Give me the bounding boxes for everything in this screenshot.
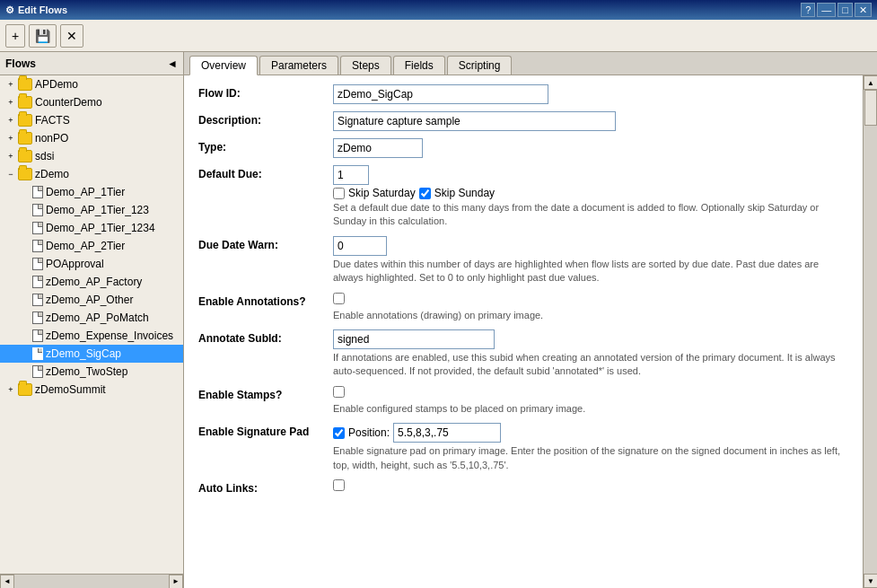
sidebar-content[interactable]: + APDemo + CounterDemo + FACTS + nonPO <box>0 75 183 574</box>
position-input[interactable] <box>393 423 501 443</box>
spacer-Demo_AP_1Tier_123 <box>18 203 32 217</box>
sidebar-label-zDemo_AP_PoMatch: zDemo_AP_PoMatch <box>46 312 149 324</box>
sidebar-title: Flows <box>5 57 36 70</box>
sidebar-item-zDemo[interactable]: − zDemo <box>0 165 183 183</box>
folder-icon-sdsi <box>18 150 32 162</box>
skip-sunday-checkbox[interactable] <box>419 188 431 199</box>
expand-sdsi[interactable]: + <box>4 149 18 163</box>
expand-APDemo[interactable]: + <box>4 77 18 92</box>
add-button[interactable]: + <box>5 24 25 48</box>
sidebar-item-zDemo_Expense_Invoices[interactable]: zDemo_Expense_Invoices <box>0 327 183 345</box>
tab-scripting[interactable]: Scripting <box>447 56 513 75</box>
description-field <box>333 111 848 131</box>
sidebar-label-zDemo: zDemo <box>35 168 69 180</box>
sidebar-item-Demo_AP_2Tier[interactable]: Demo_AP_2Tier <box>0 237 183 255</box>
sidebar-label-nonPO: nonPO <box>35 132 68 145</box>
sidebar-label-sdsi: sdsi <box>35 150 54 162</box>
sidebar-item-sdsi[interactable]: + sdsi <box>0 147 183 165</box>
sidebar-item-zDemoSummit[interactable]: + zDemoSummit <box>0 381 183 399</box>
expand-nonPO[interactable]: + <box>4 131 18 145</box>
collapse-icon[interactable]: ◄ <box>167 57 178 70</box>
sidebar-item-zDemo_AP_PoMatch[interactable]: zDemo_AP_PoMatch <box>0 309 183 327</box>
sidebar-bottom-scrollbar: ◄ ► <box>0 574 183 588</box>
skip-sunday-label: Skip Sunday <box>434 187 495 199</box>
due-date-warn-hint: Due dates within this number of days are… <box>333 258 848 285</box>
scroll-up-btn[interactable]: ▲ <box>864 75 877 90</box>
expand-zDemo[interactable]: − <box>4 167 18 181</box>
enable-stamps-field: Enable configured stamps to be placed on… <box>333 386 848 416</box>
description-input[interactable] <box>333 111 616 131</box>
maximize-button[interactable]: □ <box>838 3 853 17</box>
sidebar-item-FACTS[interactable]: + FACTS <box>0 111 183 129</box>
cancel-button[interactable]: ✕ <box>60 24 83 48</box>
sidebar-item-nonPO[interactable]: + nonPO <box>0 129 183 147</box>
expand-zDemoSummit[interactable]: + <box>4 382 18 397</box>
sidebar-label-CounterDemo: CounterDemo <box>35 96 102 109</box>
folder-icon-nonPO <box>18 132 32 145</box>
sidebar-item-CounterDemo[interactable]: + CounterDemo <box>0 93 183 111</box>
sidebar-item-APDemo[interactable]: + APDemo <box>0 75 183 93</box>
scroll-down-btn[interactable]: ▼ <box>864 574 877 588</box>
annotate-subid-input[interactable] <box>333 329 495 349</box>
enable-stamps-checkbox[interactable] <box>333 386 345 398</box>
annotate-subid-row: Annotate SubId: If annotations are enabl… <box>198 329 848 379</box>
annotate-subid-hint: If annotations are enabled, use this sub… <box>333 351 848 379</box>
sidebar-label-zDemo_SigCap: zDemo_SigCap <box>46 347 121 360</box>
sidebar-item-Demo_AP_1Tier[interactable]: Demo_AP_1Tier <box>0 183 183 201</box>
auto-links-checkbox[interactable] <box>333 479 345 491</box>
sidebar-label-zDemo_Expense_Invoices: zDemo_Expense_Invoices <box>46 329 173 342</box>
sidebar-item-Demo_AP_1Tier_123[interactable]: Demo_AP_1Tier_123 <box>0 201 183 219</box>
default-due-input[interactable] <box>333 165 369 185</box>
description-label: Description: <box>198 111 333 127</box>
flow-id-input[interactable] <box>333 84 548 104</box>
enable-signature-pad-checkbox[interactable] <box>333 427 345 439</box>
sidebar-item-zDemo_SigCap[interactable]: zDemo_SigCap <box>0 345 183 363</box>
sidebar-item-zDemo_AP_Factory[interactable]: zDemo_AP_Factory <box>0 273 183 291</box>
spacer-Demo_AP_2Tier <box>18 239 32 253</box>
skip-saturday-label: Skip Saturday <box>348 187 416 199</box>
enable-annotations-checkbox[interactable] <box>333 293 345 304</box>
close-window-button[interactable]: ✕ <box>855 3 872 17</box>
enable-stamps-label: Enable Stamps? <box>198 386 333 401</box>
auto-links-field <box>333 479 848 494</box>
sidebar-item-Demo_AP_1Tier_1234[interactable]: Demo_AP_1Tier_1234 <box>0 219 183 237</box>
tab-steps[interactable]: Steps <box>340 56 391 75</box>
sidebar-label-Demo_AP_1Tier_1234: Demo_AP_1Tier_1234 <box>46 222 155 234</box>
sidebar-label-FACTS: FACTS <box>35 114 70 127</box>
enable-annotations-row: Enable Annotations? Enable annotations (… <box>198 293 848 322</box>
scroll-left-btn[interactable]: ◄ <box>0 575 14 589</box>
due-date-warn-label: Due Date Warn: <box>198 236 333 251</box>
due-date-warn-input[interactable] <box>333 236 387 256</box>
signature-pad-inline: Position: <box>333 423 848 443</box>
app-icon: ⚙ <box>5 4 14 16</box>
tabs-bar: Overview Parameters Steps Fields Scripti… <box>184 52 877 75</box>
minimize-button[interactable]: — <box>817 3 836 17</box>
scroll-v-thumb[interactable] <box>864 90 877 126</box>
sidebar-header: Flows ◄ <box>0 52 183 75</box>
sidebar-label-POApproval: POApproval <box>46 258 104 270</box>
tab-parameters[interactable]: Parameters <box>259 56 338 75</box>
main-layout: Flows ◄ + APDemo + CounterDemo + FACTS <box>0 52 877 588</box>
skip-saturday-checkbox[interactable] <box>333 188 345 199</box>
enable-signature-pad-hint: Enable signature pad on primary image. E… <box>333 444 848 472</box>
help-button[interactable]: ? <box>801 3 815 17</box>
scroll-right-btn[interactable]: ► <box>169 575 183 589</box>
sidebar-item-POApproval[interactable]: POApproval <box>0 255 183 273</box>
toolbar: + 💾 ✕ <box>0 20 877 52</box>
type-row: Type: <box>198 138 848 158</box>
file-icon-Demo_AP_1Tier_1234 <box>32 222 43 234</box>
tab-overview[interactable]: Overview <box>189 56 258 75</box>
save-button[interactable]: 💾 <box>29 24 57 48</box>
file-icon-zDemo_AP_Other <box>32 294 43 306</box>
sidebar-label-zDemoSummit: zDemoSummit <box>35 383 106 396</box>
tab-fields[interactable]: Fields <box>393 56 445 75</box>
enable-signature-pad-row: Enable Signature Pad Position: Enable si… <box>198 423 848 472</box>
type-input[interactable] <box>333 138 423 158</box>
expand-CounterDemo[interactable]: + <box>4 95 18 110</box>
enable-annotations-hint: Enable annotations (drawing) on primary … <box>333 309 848 322</box>
sidebar-item-zDemo_TwoStep[interactable]: zDemo_TwoStep <box>0 363 183 381</box>
file-icon-zDemo_Expense_Invoices <box>32 329 43 342</box>
expand-FACTS[interactable]: + <box>4 113 18 127</box>
enable-signature-pad-field: Position: Enable signature pad on primar… <box>333 423 848 472</box>
sidebar-item-zDemo_AP_Other[interactable]: zDemo_AP_Other <box>0 291 183 309</box>
